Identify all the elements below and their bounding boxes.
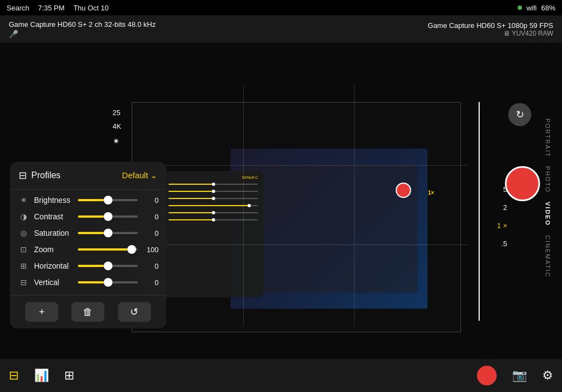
contrast-track[interactable] [78,215,138,218]
vertical-value: 0 [142,279,159,287]
device-info-left: Game Capture HD60 S+ 2 ch 32-bits 48.0 k… [9,20,156,38]
slider-row-contrast: ◑ Contrast 0 [10,208,166,225]
date-display: Thu Oct 10 [74,4,109,12]
sliders-icon[interactable]: ⊟ [9,368,19,383]
brightness-label: Brightness [34,196,74,204]
side-numbers: 25 4K ✴ [113,109,121,146]
brightness-value: 0 [142,196,159,204]
zoom-value: 100 [142,246,159,254]
time-display: 7:35 PM [38,4,64,12]
brightness-thumb[interactable] [104,196,113,204]
vertical-thumb[interactable] [104,278,113,287]
zoom-fill [78,248,132,251]
number-4k: 4K [113,122,121,130]
zoom-label: Zoom [34,245,74,254]
horizontal-value: 0 [142,262,159,270]
profiles-left: ⊟ Profiles [19,169,60,181]
monitor-icon: 🖥 [503,30,512,37]
reset-profile-button[interactable]: ↺ [118,302,151,322]
left-device-name: Game Capture HD60 S+ 2 ch 32-bits 48.0 k… [9,20,156,29]
profiles-dropdown[interactable]: Default ⌄ [122,171,158,180]
zoom-thumb[interactable] [127,245,136,254]
status-left: Search 7:35 PM Thu Oct 10 [7,4,109,12]
add-profile-button[interactable]: + [25,302,58,322]
inner-profiles-value: Default C [242,175,258,179]
wifi-icon: wifi [526,4,537,12]
saturation-track[interactable] [78,232,138,234]
reset-icon: ↺ [130,306,138,318]
saturation-icon: ◎ [18,229,30,237]
bottom-bar: ⊟ 📊 ⊞ 📷 ⚙ [0,359,562,392]
camera-record-button[interactable] [505,166,540,201]
zoom-half[interactable]: .5 [501,240,507,248]
inner-zoom-label: 1× [428,190,434,196]
saturation-value: 0 [142,229,159,237]
saturation-label: Saturation [34,229,74,237]
star-icon: ✴ [113,136,121,146]
record-bottom-button[interactable] [477,366,497,385]
mode-portrait[interactable]: PORTRAIT [544,114,551,162]
number-25: 25 [113,109,121,117]
camera-icon[interactable]: 📷 [512,368,527,383]
profiles-row: ⊟ Profiles Default ⌄ [10,162,166,190]
chevron-icon: ⌄ [150,171,158,180]
battery-display: 68% [541,4,555,12]
vertical-label: Vertical [34,278,74,287]
search-label[interactable]: Search [7,4,29,12]
recording-indicator [518,5,522,10]
horizontal-icon: ⊞ [18,262,30,270]
slider-row-brightness: ☀ Brightness 0 [10,192,166,208]
brightness-track[interactable] [78,199,138,201]
mode-photo[interactable]: PHOTO [544,162,551,197]
slider-row-saturation: ◎ Saturation 0 [10,225,166,241]
vertical-icon: ⊟ [18,278,30,287]
bottom-left-controls: ⊟ 📊 ⊞ [9,368,74,383]
bottom-right-controls: 📷 ⚙ [477,366,553,385]
right-device-name: Game Capture HD60 S+ 1080p 59 FPS [428,21,553,30]
status-bar: Search 7:35 PM Thu Oct 10 wifi 68% [0,0,562,15]
plus-icon: + [39,306,45,318]
device-bar: Game Capture HD60 S+ 2 ch 32-bits 48.0 k… [0,15,562,43]
white-vertical-line [479,102,480,321]
brightness-icon: ☀ [18,196,30,204]
mode-cinematic[interactable]: CINEMATIC [544,231,551,282]
panel-actions: + 🗑 ↺ [10,295,166,328]
contrast-thumb[interactable] [104,212,113,221]
rotate-button[interactable]: ↻ [508,103,531,126]
saturation-thumb[interactable] [104,229,113,237]
chart-icon[interactable]: 📊 [34,368,49,383]
format-text: YUV420 RAW [512,30,553,37]
delete-profile-button[interactable]: 🗑 [71,302,104,322]
zoom-1[interactable]: 1 × [497,221,507,230]
zoom-2[interactable]: 2 [503,203,507,212]
zoom-indicators: 5 2 1 × .5 [497,185,507,248]
horizontal-track[interactable] [78,265,138,267]
mode-video[interactable]: VIDEO [544,197,551,230]
settings-panel: ⊟ Profiles Default ⌄ ☀ Brightness 0 ◑ Co… [10,162,166,328]
contrast-value: 0 [142,213,159,221]
contrast-label: Contrast [34,212,74,221]
mic-icon: 🎤 [9,30,156,38]
profiles-value: Default [122,171,148,180]
slider-row-zoom: ⊡ Zoom 100 [10,241,166,258]
horizontal-thumb[interactable] [104,262,113,270]
contrast-icon: ◑ [18,212,30,221]
tablet-display: Profiles Default C Brightness Contrast S… [132,102,461,332]
zoom-icon: ⊡ [18,245,30,254]
zoom-track[interactable] [78,248,138,251]
vertical-track[interactable] [78,281,138,283]
slider-row-vertical: ⊟ Vertical 0 [10,274,166,291]
profiles-label: Profiles [31,171,60,180]
status-right: wifi 68% [518,4,555,12]
profiles-icon: ⊟ [19,169,27,181]
device-info-right: Game Capture HD60 S+ 1080p 59 FPS 🖥 YUV4… [428,21,553,37]
slider-list: ☀ Brightness 0 ◑ Contrast 0 ◎ Saturation… [10,190,166,293]
settings-icon[interactable]: ⚙ [542,368,553,383]
horizontal-label: Horizontal [34,262,74,270]
camera-modes: PORTRAIT PHOTO VIDEO CINEMATIC [544,114,551,282]
inner-content: Profiles Default C Brightness Contrast S… [132,103,460,332]
slider-row-horizontal: ⊞ Horizontal 0 [10,258,166,274]
trash-icon: 🗑 [83,306,93,318]
grid-icon[interactable]: ⊞ [64,368,74,383]
format-display: 🖥 YUV420 RAW [428,30,553,37]
